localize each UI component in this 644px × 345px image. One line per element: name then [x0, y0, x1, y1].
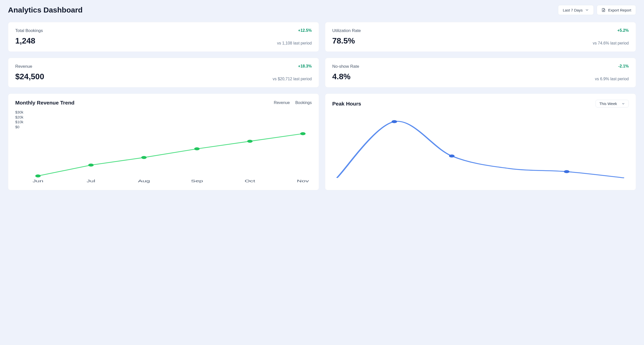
svg-text:Jul: Jul	[86, 179, 95, 183]
tab-bookings[interactable]: Bookings	[295, 100, 312, 105]
export-report-label: Export Report	[608, 8, 631, 12]
metric-noshow-rate: No-show Rate -2.1% 4.8% vs 6.9% last per…	[325, 58, 636, 88]
metric-value: 78.5%	[332, 36, 355, 46]
peak-hours-range-label: This Week	[599, 102, 617, 106]
svg-point-1	[35, 174, 41, 178]
svg-text:Nov: Nov	[297, 179, 309, 183]
svg-text:Aug: Aug	[138, 179, 150, 183]
page-title: Analytics Dashboard	[8, 6, 82, 14]
svg-text:Jun: Jun	[32, 179, 43, 183]
export-report-button[interactable]: Export Report	[597, 5, 636, 15]
metric-change: -2.1%	[618, 64, 629, 68]
chevron-down-icon	[585, 8, 589, 12]
svg-point-9	[247, 140, 252, 143]
revenue-trend-title: Monthly Revenue Trend	[15, 100, 74, 106]
metrics-grid: Total Bookings +12.5% 1,248 vs 1,108 las…	[8, 22, 636, 190]
metric-label: No-show Rate	[332, 64, 359, 69]
revenue-y-axis: $30k $20k $10k $0	[15, 109, 24, 184]
chevron-down-icon	[622, 102, 625, 106]
peak-hours-chart	[332, 111, 629, 186]
metric-compare: vs $20,712 last period	[272, 77, 312, 81]
svg-point-14	[449, 154, 454, 158]
metric-compare: vs 74.6% last period	[593, 41, 629, 46]
svg-text:Sep: Sep	[191, 179, 203, 183]
metric-change: +12.5%	[298, 28, 312, 33]
metric-value: 1,248	[15, 36, 35, 46]
metric-change: +18.3%	[298, 64, 312, 68]
tab-revenue[interactable]: Revenue	[274, 100, 290, 105]
svg-point-13	[392, 120, 397, 123]
svg-point-5	[141, 156, 147, 159]
metric-label: Revenue	[15, 64, 32, 69]
svg-point-3	[88, 164, 94, 166]
date-range-selector[interactable]: Last 7 Days	[558, 5, 594, 15]
svg-point-11	[300, 132, 306, 135]
metric-compare: vs 6.9% last period	[595, 77, 629, 81]
metric-value: 4.8%	[332, 72, 350, 81]
metric-value: $24,500	[15, 72, 44, 81]
metric-change: +5.2%	[617, 28, 629, 33]
revenue-trend-chart: JunJulAugSepOctNov	[24, 109, 312, 184]
revenue-trend-tabs: Revenue Bookings	[274, 100, 312, 105]
download-file-icon	[602, 8, 606, 12]
svg-text:Oct: Oct	[244, 179, 255, 183]
metric-label: Total Bookings	[15, 28, 43, 33]
metric-revenue: Revenue +18.3% $24,500 vs $20,712 last p…	[8, 58, 319, 88]
revenue-trend-card: Monthly Revenue Trend Revenue Bookings $…	[8, 94, 319, 190]
metric-label: Utilization Rate	[332, 28, 361, 33]
peak-hours-card: Peak Hours This Week	[325, 94, 636, 190]
header-actions: Last 7 Days Export Report	[558, 5, 636, 15]
date-range-label: Last 7 Days	[563, 8, 582, 12]
metric-compare: vs 1,108 last period	[277, 41, 312, 46]
metric-total-bookings: Total Bookings +12.5% 1,248 vs 1,108 las…	[8, 22, 319, 52]
peak-hours-range-selector[interactable]: This Week	[596, 100, 629, 108]
y-tick: $20k	[15, 115, 24, 120]
peak-hours-title: Peak Hours	[332, 101, 361, 107]
metric-utilization-rate: Utilization Rate +5.2% 78.5% vs 74.6% la…	[325, 22, 636, 52]
y-tick: $10k	[15, 120, 24, 124]
y-tick: $0	[15, 124, 24, 130]
y-tick: $30k	[15, 110, 24, 115]
svg-point-7	[194, 147, 200, 150]
svg-point-15	[564, 170, 570, 173]
